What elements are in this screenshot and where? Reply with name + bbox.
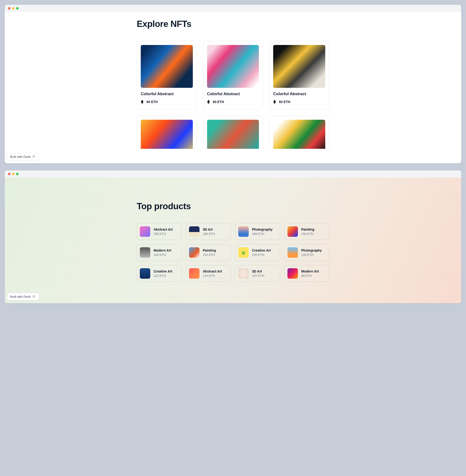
product-thumbnail: [189, 226, 199, 237]
built-with-badge[interactable]: Built with Dorik: [7, 153, 39, 160]
window-body: Top products Abstract Art250 ETH3D Art18…: [5, 178, 461, 303]
window-titlebar: [5, 171, 461, 178]
product-title: 3D Art: [252, 269, 264, 273]
product-info: Painting150 ETH: [301, 228, 314, 236]
nft-title: Colorful Abstract: [207, 92, 259, 96]
product-thumbnail: [238, 268, 249, 279]
product-thumbnail: [140, 247, 150, 258]
nft-card[interactable]: Colorful Abstract60 ETH: [137, 41, 197, 110]
product-thumbnail: [238, 226, 249, 237]
nft-card[interactable]: Colorful Abstract60 ETH: [269, 41, 329, 110]
window-close-icon[interactable]: [8, 7, 11, 10]
product-thumbnail: [140, 226, 150, 237]
nft-thumbnail: [273, 120, 325, 149]
product-title: Abstract Art: [203, 269, 222, 273]
product-thumbnail: [189, 268, 199, 279]
page-title: Top products: [137, 201, 329, 211]
product-price: 99 ETH: [301, 274, 319, 278]
product-price: 122 ETH: [154, 274, 172, 278]
window-close-icon[interactable]: [8, 173, 11, 175]
nft-price-row: 60 ETH: [207, 100, 259, 104]
product-info: Photography168 ETH: [252, 228, 272, 236]
nft-thumbnail: [207, 45, 259, 88]
product-title: Modern Art: [301, 269, 319, 273]
built-with-badge[interactable]: Built with Dorik: [7, 293, 39, 300]
product-info: 3D Art180 ETH: [203, 228, 215, 236]
product-card[interactable]: Photography128 ETH: [284, 244, 329, 261]
nft-grid: Colorful Abstract60 ETHColorful Abstract…: [137, 41, 329, 149]
nft-card[interactable]: [203, 116, 263, 149]
browser-window-explore: Explore NFTs Colorful Abstract60 ETHColo…: [5, 5, 461, 163]
nft-price: 60 ETH: [279, 100, 290, 104]
product-title: Painting: [301, 228, 314, 231]
nft-price: 60 ETH: [213, 100, 224, 104]
nft-title: Colorful Abstract: [273, 92, 325, 96]
product-title: Photography: [301, 248, 322, 252]
ethereum-icon: [273, 100, 276, 104]
nft-thumbnail: [141, 120, 193, 149]
product-price: 107 ETH: [252, 274, 264, 278]
product-thumbnail: [287, 268, 298, 279]
product-info: 3D Art107 ETH: [252, 269, 264, 278]
nft-thumbnail: [207, 120, 259, 149]
window-minimize-icon[interactable]: [12, 173, 14, 175]
top-products-grid: Abstract Art250 ETH3D Art180 ETHPhotogra…: [137, 223, 329, 282]
product-price: 142 ETH: [203, 253, 216, 256]
product-info: Painting142 ETH: [203, 248, 216, 256]
product-price: 150 ETH: [301, 232, 314, 236]
product-thumbnail: [140, 268, 150, 279]
product-card[interactable]: Creative Art122 ETH: [137, 265, 182, 282]
product-price: 250 ETH: [154, 232, 173, 236]
product-card[interactable]: Abstract Art114 ETH: [186, 265, 231, 282]
product-card[interactable]: Modern Art145 ETH: [137, 244, 182, 261]
product-card[interactable]: Abstract Art250 ETH: [137, 223, 182, 240]
nft-card[interactable]: [137, 116, 197, 149]
product-card[interactable]: 3D Art180 ETH: [186, 223, 231, 240]
product-title: Photography: [252, 228, 272, 231]
window-maximize-icon[interactable]: [16, 173, 19, 175]
badge-label: Built with Dorik: [10, 295, 31, 298]
product-card[interactable]: Painting150 ETH: [284, 223, 329, 240]
window-minimize-icon[interactable]: [12, 7, 14, 10]
product-card[interactable]: Modern Art99 ETH: [284, 265, 329, 282]
product-info: Modern Art145 ETH: [154, 248, 171, 256]
product-thumbnail: [189, 247, 199, 258]
window-titlebar: [5, 5, 461, 12]
ethereum-icon: [141, 100, 144, 104]
product-card[interactable]: Photography168 ETH: [235, 223, 280, 240]
product-info: Abstract Art250 ETH: [154, 228, 173, 236]
product-title: Painting: [203, 248, 216, 252]
flag-icon: [33, 155, 36, 159]
product-title: Abstract Art: [154, 228, 173, 231]
product-price: 128 ETH: [301, 253, 322, 256]
ethereum-icon: [207, 100, 210, 104]
browser-window-top-products: Top products Abstract Art250 ETH3D Art18…: [5, 171, 461, 303]
nft-price-row: 60 ETH: [273, 100, 325, 104]
product-info: Abstract Art114 ETH: [203, 269, 222, 278]
product-info: Modern Art99 ETH: [301, 269, 319, 278]
nft-card[interactable]: Colorful Abstract60 ETH: [203, 41, 263, 110]
nft-card[interactable]: [269, 116, 329, 149]
product-thumbnail: [287, 226, 298, 237]
product-card[interactable]: 3D Art107 ETH: [235, 265, 280, 282]
product-info: Creative Art122 ETH: [154, 269, 172, 278]
product-title: 3D Art: [203, 228, 215, 231]
window-maximize-icon[interactable]: [16, 7, 19, 10]
product-card[interactable]: Painting142 ETH: [186, 244, 231, 261]
product-price: 114 ETH: [203, 274, 222, 278]
product-card[interactable]: Creative Art135 ETH: [235, 244, 280, 261]
product-title: Creative Art: [252, 248, 271, 252]
product-price: 168 ETH: [252, 232, 272, 236]
product-thumbnail: [238, 247, 249, 258]
window-body: Explore NFTs Colorful Abstract60 ETHColo…: [5, 12, 461, 163]
product-price: 180 ETH: [203, 232, 215, 236]
product-info: Photography128 ETH: [301, 248, 322, 256]
page-title: Explore NFTs: [137, 19, 329, 29]
nft-thumbnail: [141, 45, 193, 88]
nft-thumbnail: [273, 45, 325, 88]
nft-price: 60 ETH: [146, 100, 158, 104]
nft-price-row: 60 ETH: [141, 100, 193, 104]
product-price: 135 ETH: [252, 253, 271, 256]
product-title: Creative Art: [154, 269, 172, 273]
product-title: Modern Art: [154, 248, 171, 252]
